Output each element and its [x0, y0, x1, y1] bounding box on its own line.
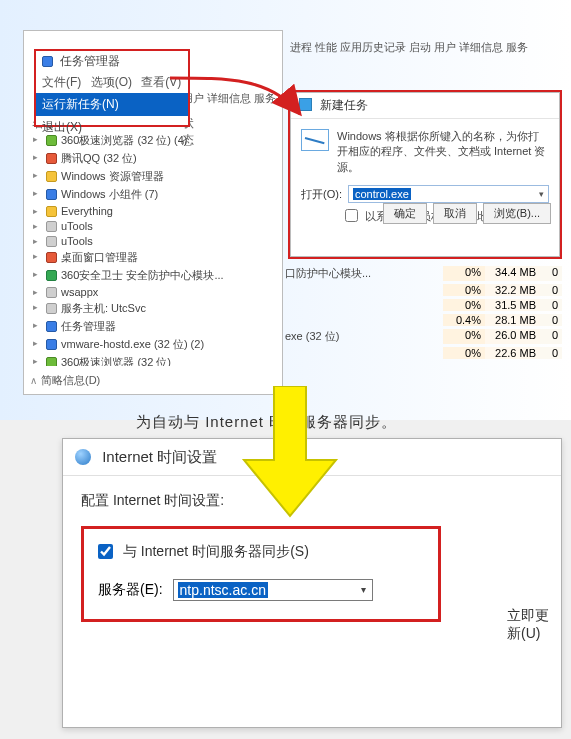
- app-icon: [46, 171, 57, 182]
- chevron-down-icon[interactable]: ▾: [539, 189, 544, 199]
- open-input[interactable]: control.exe ▾: [348, 185, 549, 203]
- cancel-button[interactable]: 取消: [433, 203, 477, 224]
- list-item[interactable]: ▸wsappx: [30, 284, 276, 299]
- sync-checkbox[interactable]: [98, 544, 113, 559]
- dialog-title: 新建任务: [320, 98, 368, 112]
- dialog-description: Windows 将根据你所键入的名称，为你打开相应的程序、文件夹、文档或 Int…: [337, 129, 549, 175]
- app-icon: [46, 252, 57, 263]
- menu-exit[interactable]: 退出(X): [36, 116, 188, 139]
- app-icon: [46, 321, 57, 332]
- dialog-icon: [299, 98, 312, 111]
- app-icon: [46, 287, 57, 298]
- list-item[interactable]: ▸服务主机: UtcSvc: [30, 299, 276, 317]
- menu-options[interactable]: 选项(O): [91, 75, 132, 89]
- browse-button[interactable]: 浏览(B)...: [483, 203, 551, 224]
- table-row[interactable]: 0%32.2 MB0: [285, 282, 562, 297]
- menu-view[interactable]: 查看(V): [141, 75, 181, 89]
- admin-checkbox[interactable]: [345, 209, 358, 222]
- list-item[interactable]: ▸uTools: [30, 233, 276, 248]
- window-icon: [42, 56, 53, 67]
- task-manager-window: 任务管理器 文件(F) 选项(O) 查看(V) 运行新任务(N) 退出(X) 动…: [23, 30, 283, 395]
- chevron-down-icon[interactable]: ▾: [361, 584, 366, 595]
- table-row[interactable]: 0%31.5 MB0: [285, 297, 562, 312]
- server-combobox[interactable]: ntp.ntsc.ac.cn ▾: [173, 579, 373, 601]
- list-item[interactable]: ▸Everything: [30, 203, 276, 218]
- top-composite: 任务管理器 文件(F) 选项(O) 查看(V) 运行新任务(N) 退出(X) 动…: [0, 0, 571, 420]
- app-icon: [46, 339, 57, 350]
- app-icon: [46, 236, 57, 247]
- sync-label: 与 Internet 时间服务器同步(S): [123, 543, 309, 559]
- run-icon: [301, 129, 329, 151]
- update-now-button[interactable]: 立即更新(U): [507, 607, 561, 643]
- list-item[interactable]: ▸Windows 小组件 (7): [30, 185, 276, 203]
- dialog-title-bar: 新建任务: [291, 93, 559, 119]
- menu-run-new-task[interactable]: 运行新任务(N): [36, 93, 188, 116]
- server-label: 服务器(E):: [98, 581, 163, 599]
- list-item[interactable]: ▸360安全卫士 安全防护中心模块...: [30, 266, 276, 284]
- process-list: ▸360极速浏览器 (32 位) (4) ▸腾讯QQ (32 位) ▸Windo…: [30, 131, 276, 366]
- server-value: ntp.ntsc.ac.cn: [178, 582, 268, 598]
- ok-button[interactable]: 确定: [383, 203, 427, 224]
- menu-file[interactable]: 文件(F): [42, 75, 81, 89]
- table-row[interactable]: 0.4%28.1 MB0: [285, 312, 562, 327]
- list-item[interactable]: ▸vmware-hostd.exe (32 位) (2): [30, 335, 276, 353]
- table-row[interactable]: 0%22.6 MB0: [285, 345, 562, 360]
- app-icon: [46, 153, 57, 164]
- app-icon: [46, 189, 57, 200]
- yellow-arrow-annotation: [234, 386, 346, 520]
- globe-icon: [75, 449, 91, 465]
- list-item[interactable]: ▸桌面窗口管理器: [30, 248, 276, 266]
- fewer-details-toggle[interactable]: 简略信息(D): [30, 373, 100, 388]
- open-label: 打开(O):: [301, 187, 342, 202]
- window-title: 任务管理器: [60, 54, 120, 68]
- open-value: control.exe: [353, 188, 411, 200]
- app-icon: [46, 270, 57, 281]
- process-table-right: 口防护中心模块...0%34.4 MB0 0%32.2 MB0 0%31.5 M…: [285, 264, 562, 360]
- list-item[interactable]: ▸uTools: [30, 218, 276, 233]
- file-menu-open: 任务管理器 文件(F) 选项(O) 查看(V) 运行新任务(N) 退出(X): [34, 49, 190, 127]
- table-row[interactable]: exe (32 位)0%26.0 MB0: [285, 327, 562, 345]
- list-item[interactable]: ▸任务管理器: [30, 317, 276, 335]
- app-icon: [46, 206, 57, 217]
- list-item[interactable]: ▸腾讯QQ (32 位): [30, 149, 276, 167]
- right-tabs[interactable]: 进程 性能 应用历史记录 启动 用户 详细信息 服务: [290, 40, 528, 55]
- app-icon: [46, 357, 57, 367]
- new-task-dialog: 新建任务 Windows 将根据你所键入的名称，为你打开相应的程序、文件夹、文档…: [290, 92, 560, 257]
- table-row[interactable]: 口防护中心模块...0%34.4 MB0: [285, 264, 562, 282]
- app-icon: [46, 303, 57, 314]
- its-title: Internet 时间设置: [102, 448, 217, 465]
- annotation-red-box: 与 Internet 时间服务器同步(S) 服务器(E): ntp.ntsc.a…: [81, 526, 441, 622]
- list-item[interactable]: ▸360极速浏览器 (32 位): [30, 353, 276, 366]
- app-icon: [46, 221, 57, 232]
- list-item[interactable]: ▸Windows 资源管理器: [30, 167, 276, 185]
